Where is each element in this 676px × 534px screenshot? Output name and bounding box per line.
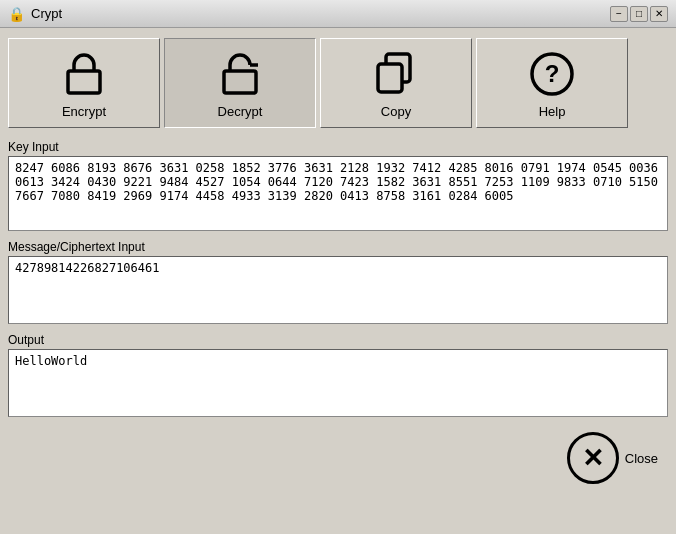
title-bar-controls: − □ ✕: [610, 6, 668, 22]
svg-text:?: ?: [545, 60, 560, 87]
svg-rect-1: [224, 71, 256, 93]
encrypt-button[interactable]: Encrypt: [8, 38, 160, 128]
key-input-section: Key Input: [8, 140, 668, 234]
lock-closed-icon: [58, 48, 110, 100]
window-title: Crypt: [31, 6, 62, 21]
output-section: Output: [8, 333, 668, 420]
minimize-button[interactable]: −: [610, 6, 628, 22]
app-icon: 🔒: [8, 6, 25, 22]
main-content: Encrypt Decrypt Copy ? Help: [0, 28, 676, 490]
message-input-label: Message/Ciphertext Input: [8, 240, 668, 254]
title-bar: 🔒 Crypt − □ ✕: [0, 0, 676, 28]
key-input-label: Key Input: [8, 140, 668, 154]
close-window-button[interactable]: ✕: [650, 6, 668, 22]
svg-rect-4: [378, 64, 402, 92]
decrypt-button[interactable]: Decrypt: [164, 38, 316, 128]
decrypt-label: Decrypt: [218, 104, 263, 119]
copy-label: Copy: [381, 104, 411, 119]
title-bar-left: 🔒 Crypt: [8, 6, 62, 22]
toolbar: Encrypt Decrypt Copy ? Help: [8, 34, 668, 132]
help-button[interactable]: ? Help: [476, 38, 628, 128]
help-icon: ?: [526, 48, 578, 100]
svg-rect-0: [68, 71, 100, 93]
key-input-field[interactable]: [8, 156, 668, 231]
output-field[interactable]: [8, 349, 668, 417]
encrypt-label: Encrypt: [62, 104, 106, 119]
lock-open-icon: [214, 48, 266, 100]
copy-button[interactable]: Copy: [320, 38, 472, 128]
help-label: Help: [539, 104, 566, 119]
close-section: ✕ Close: [8, 426, 668, 484]
output-label: Output: [8, 333, 668, 347]
message-input-section: Message/Ciphertext Input: [8, 240, 668, 327]
close-label: Close: [625, 451, 658, 466]
maximize-button[interactable]: □: [630, 6, 648, 22]
close-icon: ✕: [582, 445, 604, 471]
copy-icon: [370, 48, 422, 100]
message-input-field[interactable]: [8, 256, 668, 324]
close-button[interactable]: ✕: [567, 432, 619, 484]
